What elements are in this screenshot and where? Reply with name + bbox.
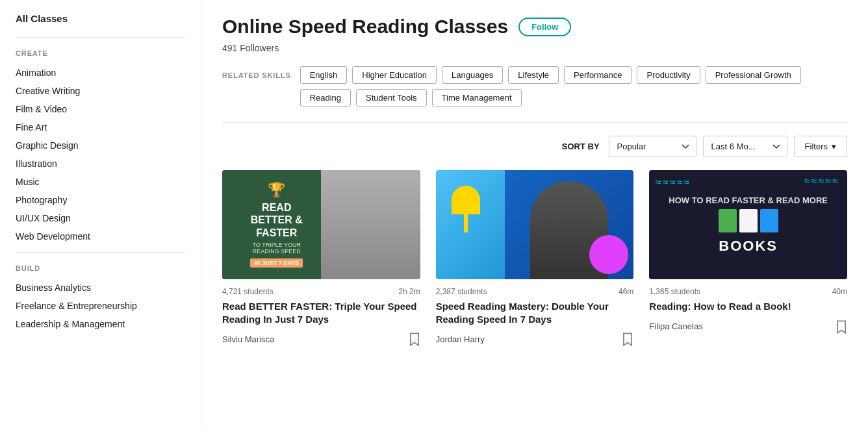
skill-tag-languages[interactable]: Languages — [442, 66, 503, 84]
card-duration: 46m — [619, 287, 633, 296]
lamp-container — [452, 186, 480, 232]
page-title: Online Speed Reading Classes — [222, 16, 508, 38]
card-title: Reading: How to Read a Book! — [649, 300, 847, 313]
sidebar-create-list: AnimationCreative WritingFilm & VideoFin… — [16, 64, 185, 245]
card-instructor: Jordan Harry — [436, 334, 485, 344]
course-thumbnail: ≈≈≈≈≈ HOW TO READ FASTER & READ MORE BOO… — [649, 170, 847, 279]
page-header: Online Speed Reading Classes Follow — [222, 16, 847, 38]
card-students: 2,387 students — [436, 287, 487, 296]
card-meta: 1,365 students 40m — [649, 287, 847, 296]
main-content: Online Speed Reading Classes Follow 491 … — [201, 0, 868, 426]
sort-row: SORT BY Popular Newest Most Reviewed Las… — [222, 122, 847, 157]
skill-tag-productivity[interactable]: Productivity — [637, 66, 700, 84]
skill-tag-performance[interactable]: Performance — [564, 66, 632, 84]
followers-count: 491 Followers — [222, 43, 847, 53]
filters-label: Filters — [805, 142, 828, 151]
skill-tag-lifestyle[interactable]: Lifestyle — [508, 66, 559, 84]
sidebar-item-graphic-design[interactable]: Graphic Design — [16, 136, 185, 155]
books-stack — [719, 209, 778, 232]
course-thumbnail: 🏆 READBETTER &FASTER TO TRIPLE YOURREADI… — [222, 170, 420, 279]
sidebar-item-music[interactable]: Music — [16, 173, 185, 191]
card-instructor: Silviu Marisca — [222, 334, 274, 344]
accent-circle — [589, 235, 628, 274]
lamp-shade — [452, 186, 480, 214]
card-footer: Silviu Marisca — [222, 332, 420, 346]
skill-tag-time-management[interactable]: Time Management — [432, 89, 522, 106]
sidebar-build-list: Business AnalyticsFreelance & Entreprene… — [16, 279, 185, 333]
sidebar-all-classes[interactable]: All Classes — [16, 13, 185, 24]
sidebar-item-illustration[interactable]: Illustration — [16, 155, 185, 173]
sidebar-divider-create — [16, 37, 185, 38]
sidebar-item-creative-writing[interactable]: Creative Writing — [16, 82, 185, 100]
course-card[interactable]: 2,387 students 46m Speed Reading Mastery… — [436, 170, 634, 346]
sidebar-item-animation[interactable]: Animation — [16, 64, 185, 82]
thumbnail-overlay: 🏆 READBETTER &FASTER TO TRIPLE YOURREADI… — [222, 170, 331, 279]
card-instructor: Filipa Canelas — [649, 321, 702, 331]
sidebar-item-business-analytics[interactable]: Business Analytics — [16, 279, 185, 297]
card-duration: 2h 2m — [398, 287, 420, 296]
bookmark-icon[interactable] — [836, 320, 847, 334]
sidebar-item-leadership--management[interactable]: Leadership & Management — [16, 315, 185, 333]
thumbnail-badge: IN JUST 7 DAYS — [250, 258, 303, 268]
book-white — [739, 209, 758, 232]
book-blue — [760, 209, 778, 232]
sort-select[interactable]: Popular Newest Most Reviewed — [609, 136, 696, 157]
bookmark-icon[interactable] — [409, 332, 420, 346]
sidebar-item-freelance--entrepreneurship[interactable]: Freelance & Entrepreneurship — [16, 297, 185, 315]
card-footer: Filipa Canelas — [649, 320, 847, 334]
sidebar-section-create: CREATE — [16, 49, 185, 57]
book-green — [719, 209, 737, 232]
sort-by-label: SORT BY — [562, 142, 600, 151]
skill-tag-english[interactable]: English — [300, 66, 348, 84]
decorative-dots-left: ≈≈≈≈≈ — [656, 177, 691, 188]
trophy-icon: 🏆 — [268, 182, 285, 199]
sidebar-item-web-development[interactable]: Web Development — [16, 227, 185, 245]
sidebar-item-fine-art[interactable]: Fine Art — [16, 118, 185, 136]
course-card[interactable]: 🏆 READBETTER &FASTER TO TRIPLE YOURREADI… — [222, 170, 420, 346]
sidebar-section-build: BUILD — [16, 264, 185, 272]
decorative-dots: ≈≈≈≈≈ — [804, 175, 839, 187]
card-footer: Jordan Harry — [436, 332, 634, 346]
filters-button[interactable]: Filters ▾ — [794, 136, 847, 157]
sidebar-divider-build — [16, 252, 185, 253]
courses-grid: 🏆 READBETTER &FASTER TO TRIPLE YOURREADI… — [222, 170, 847, 346]
skills-tags: EnglishHigher EducationLanguagesLifestyl… — [300, 66, 847, 106]
sidebar-item-photography[interactable]: Photography — [16, 191, 185, 209]
card-title: Speed Reading Mastery: Double Your Readi… — [436, 300, 634, 325]
sidebar-item-film--video[interactable]: Film & Video — [16, 100, 185, 118]
card-meta: 2,387 students 46m — [436, 287, 634, 296]
thumbnail-text-top: HOW TO READ FASTER & READ MORE — [669, 195, 828, 205]
filters-chevron-icon: ▾ — [832, 142, 836, 151]
sidebar: All Classes CREATE AnimationCreative Wri… — [0, 0, 201, 426]
related-skills-section: RELATED SKILLS EnglishHigher EducationLa… — [222, 66, 847, 106]
bookmark-icon[interactable] — [622, 332, 633, 346]
card-title: Read BETTER FASTER: Triple Your Speed Re… — [222, 300, 420, 325]
follow-button[interactable]: Follow — [518, 18, 571, 36]
card-students: 4,721 students — [222, 287, 274, 296]
course-card[interactable]: ≈≈≈≈≈ HOW TO READ FASTER & READ MORE BOO… — [649, 170, 847, 346]
card-students: 1,365 students — [649, 287, 700, 296]
card-meta: 4,721 students 2h 2m — [222, 287, 420, 296]
skill-tag-higher-education[interactable]: Higher Education — [352, 66, 437, 84]
lamp-stand — [464, 214, 468, 232]
thumbnail-person — [321, 170, 420, 279]
card-duration: 40m — [832, 287, 847, 296]
thumbnail-subtext: TO TRIPLE YOURREADING SPEED — [253, 242, 301, 255]
skill-tag-student-tools[interactable]: Student Tools — [356, 89, 427, 106]
time-select[interactable]: Last 6 Mo... All Time Last Year — [703, 136, 787, 157]
related-skills-label: RELATED SKILLS — [222, 66, 291, 79]
course-thumbnail — [436, 170, 634, 279]
sidebar-item-uiux-design[interactable]: UI/UX Design — [16, 209, 185, 227]
skill-tag-reading[interactable]: Reading — [300, 89, 351, 106]
skill-tag-professional-growth[interactable]: Professional Growth — [706, 66, 801, 84]
books-label: BOOKS — [719, 238, 778, 255]
thumbnail-text-1: READBETTER &FASTER — [251, 201, 303, 239]
